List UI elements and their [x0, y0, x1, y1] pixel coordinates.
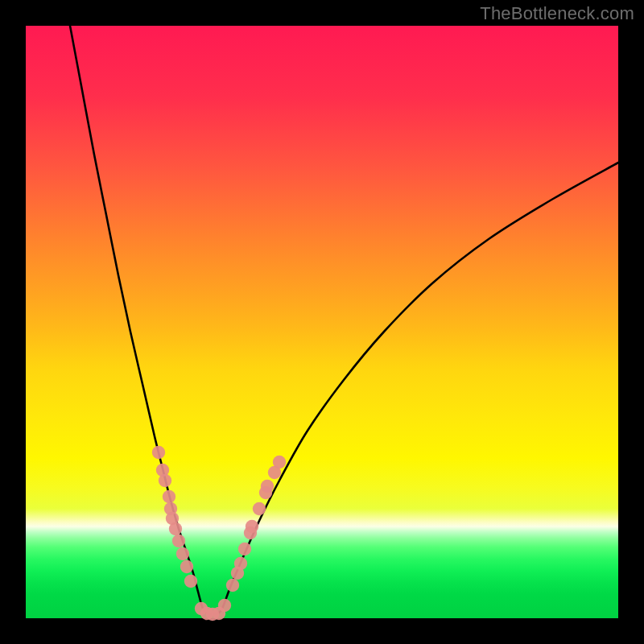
- curve-svg: [26, 26, 618, 618]
- bottleneck-curve-path: [70, 26, 618, 614]
- plot-area: [26, 26, 618, 618]
- bottleneck-curve: [70, 26, 618, 614]
- watermark-label: TheBottleneck.com: [480, 3, 634, 24]
- highlight-dot: [261, 480, 274, 493]
- highlight-dot: [172, 535, 185, 547]
- highlight-dot: [273, 456, 286, 469]
- highlight-dots: [152, 446, 286, 621]
- highlight-dot: [234, 557, 247, 570]
- highlight-dot: [226, 579, 239, 592]
- chart-frame: TheBottleneck.com: [0, 0, 644, 644]
- highlight-dot: [246, 520, 258, 533]
- highlight-dot: [238, 543, 251, 555]
- highlight-dot: [218, 599, 231, 612]
- highlight-dot: [180, 560, 193, 573]
- highlight-dot: [184, 575, 197, 588]
- highlight-dot: [152, 446, 165, 459]
- highlight-dot: [253, 502, 266, 515]
- highlight-dot: [159, 474, 171, 487]
- highlight-dot: [169, 522, 182, 535]
- highlight-dot: [176, 547, 189, 560]
- highlight-dot: [163, 490, 175, 503]
